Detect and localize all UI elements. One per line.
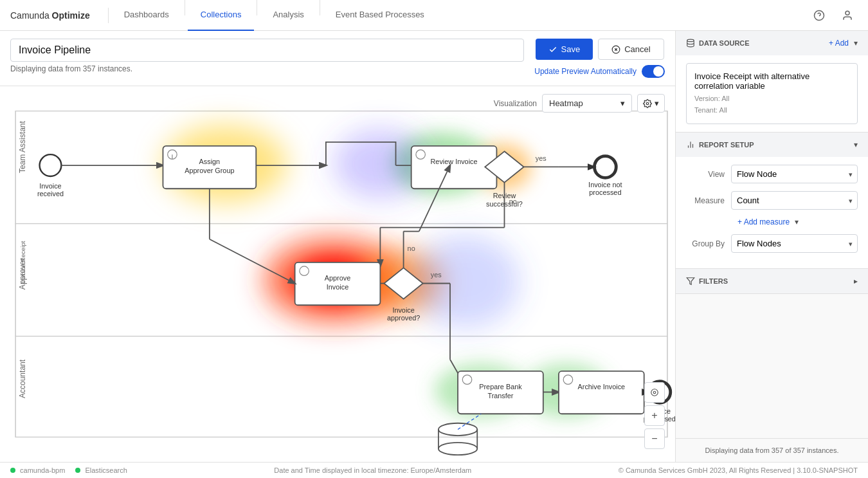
filters-title: FILTERS	[686, 277, 728, 286]
group-by-select[interactable]: Flow Nodes	[731, 234, 858, 253]
svg-point-86	[439, 443, 477, 455]
bpmn-canvas: Team Assistant Approver Invoice Receipt …	[0, 86, 675, 462]
right-panel: DATA SOURCE + Add Invoice Receipt with a…	[675, 31, 868, 462]
view-select[interactable]: Flow Node	[731, 165, 858, 183]
filter-icon	[686, 277, 695, 286]
svg-text:yes: yes	[536, 154, 547, 162]
elasticsearch-indicator: Elasticsearch	[75, 466, 127, 474]
bpmn-diagram: Team Assistant Approver Invoice Receipt …	[0, 86, 675, 462]
title-section: Displaying data from 357 instances.	[10, 39, 524, 73]
panel-footer-text: Displaying data from 357 of 357 instance…	[705, 446, 839, 454]
svg-text:Approver Group: Approver Group	[185, 167, 234, 174]
save-label: Save	[561, 44, 581, 54]
brand-name: Camunda	[10, 10, 50, 21]
auto-preview-label: Update Preview Automatically	[534, 67, 637, 76]
svg-text:yes: yes	[431, 271, 442, 279]
viz-toolbar: Visualization Heatmap	[494, 94, 665, 113]
datasource-actions: + Add	[829, 39, 858, 48]
nav-right	[809, 5, 858, 26]
version-label: Version:	[694, 95, 720, 102]
svg-point-93	[687, 39, 694, 41]
filters-section: FILTERS	[676, 269, 868, 294]
cancel-label: Cancel	[624, 44, 650, 54]
nav-divider	[108, 8, 109, 23]
nav-divider-2	[185, 0, 185, 15]
svg-point-24	[411, 235, 520, 329]
zoom-in-button[interactable]: +	[644, 405, 665, 426]
cancel-button[interactable]: Cancel	[598, 39, 664, 60]
group-by-select-wrapper: Flow Nodes	[731, 234, 858, 253]
panel-spacer	[676, 294, 868, 438]
add-measure-button[interactable]: + Add measure	[737, 217, 790, 226]
svg-marker-97	[687, 278, 694, 285]
version-value: All	[721, 95, 729, 102]
report-setup-section: REPORT SETUP View Flow Node Measure	[676, 133, 868, 269]
svg-point-2	[845, 11, 849, 15]
camunda-bpm-indicator: camunda-bpm	[10, 466, 65, 474]
save-button[interactable]: Save	[536, 39, 593, 60]
viz-gear-chevron	[655, 98, 659, 108]
report-setup-content: View Flow Node Measure Count	[676, 157, 868, 268]
svg-rect-76	[559, 371, 644, 414]
database-icon	[686, 39, 695, 48]
filters-section-title: FILTERS	[699, 277, 728, 285]
measure-label: Measure	[686, 196, 731, 205]
svg-text:Review Invoice: Review Invoice	[431, 158, 478, 165]
svg-point-92	[651, 389, 658, 396]
top-navigation: Camunda Optimize Dashboards Collections …	[0, 0, 868, 31]
datasource-collapse-icon[interactable]	[854, 39, 858, 48]
footer: camunda-bpm Elasticsearch Date and Time …	[0, 462, 868, 478]
viz-selected-value: Heatmap	[549, 98, 583, 108]
measure-select[interactable]: Count	[731, 191, 858, 210]
svg-text:no: no	[408, 244, 415, 252]
nav-collections[interactable]: Collections	[188, 0, 255, 31]
filters-expand-icon[interactable]	[854, 277, 858, 286]
viz-label: Visualization	[494, 99, 537, 108]
svg-text:Accountant: Accountant	[18, 359, 27, 398]
nav-divider-3	[257, 0, 257, 15]
footer-left: camunda-bpm Elasticsearch	[10, 466, 127, 474]
app-brand: Camunda Optimize	[10, 10, 90, 21]
zoom-out-button[interactable]: −	[644, 428, 665, 449]
viz-dropdown-icon	[620, 98, 625, 108]
main-area: Displaying data from 357 instances. Save…	[0, 31, 675, 462]
svg-text:Invoice: Invoice	[39, 182, 61, 190]
svg-text:Transfer: Transfer	[487, 392, 513, 400]
datasource-meta: Version: All Tenant: All	[694, 93, 849, 116]
viz-settings-button[interactable]	[637, 94, 665, 113]
svg-point-91	[653, 391, 656, 394]
report-setup-collapse-icon[interactable]	[854, 140, 858, 149]
svg-text:Prepare Bank: Prepare Bank	[479, 383, 522, 391]
service-name: camunda-bpm	[20, 466, 65, 474]
zoom-in-icon: +	[651, 410, 657, 421]
tenant-value: All	[719, 106, 727, 114]
reset-view-button[interactable]	[644, 382, 665, 403]
report-title-input[interactable]	[10, 39, 524, 62]
help-icon[interactable]	[809, 5, 829, 26]
measure-row: Measure Count	[686, 191, 858, 210]
service-status-dot	[10, 468, 15, 473]
svg-rect-36	[411, 146, 497, 188]
toggle-switch[interactable]	[642, 65, 665, 78]
filters-header[interactable]: FILTERS	[676, 269, 868, 293]
elasticsearch-status-dot	[75, 468, 80, 473]
svg-text:Invoice not: Invoice not	[588, 181, 622, 188]
svg-text:Invoice Receipt: Invoice Receipt	[19, 241, 26, 283]
svg-text:Archive Invoice: Archive Invoice	[578, 383, 626, 391]
datasource-add-button[interactable]: + Add	[829, 39, 849, 48]
nav-event-based[interactable]: Event Based Processes	[323, 0, 437, 31]
nav-analysis[interactable]: Analysis	[260, 0, 316, 31]
add-measure-row: + Add measure	[737, 217, 858, 226]
timezone-info: Date and Time displayed in local timezon…	[274, 466, 471, 474]
svg-text:Financial: Financial	[446, 461, 471, 462]
content-area: Displaying data from 357 instances. Save…	[0, 31, 868, 462]
svg-text:Approve: Approve	[325, 274, 350, 282]
group-by-label: Group By	[686, 239, 731, 248]
user-icon[interactable]	[837, 5, 858, 26]
visualization-selector[interactable]: Heatmap	[542, 94, 632, 113]
svg-text:Team Assistant: Team Assistant	[18, 120, 27, 173]
datasource-content: Invoice Receipt with alternative correla…	[676, 55, 868, 132]
nav-dashboards[interactable]: Dashboards	[111, 0, 182, 31]
add-measure-chevron-icon[interactable]	[795, 217, 799, 226]
measure-select-wrapper: Count	[731, 191, 858, 210]
